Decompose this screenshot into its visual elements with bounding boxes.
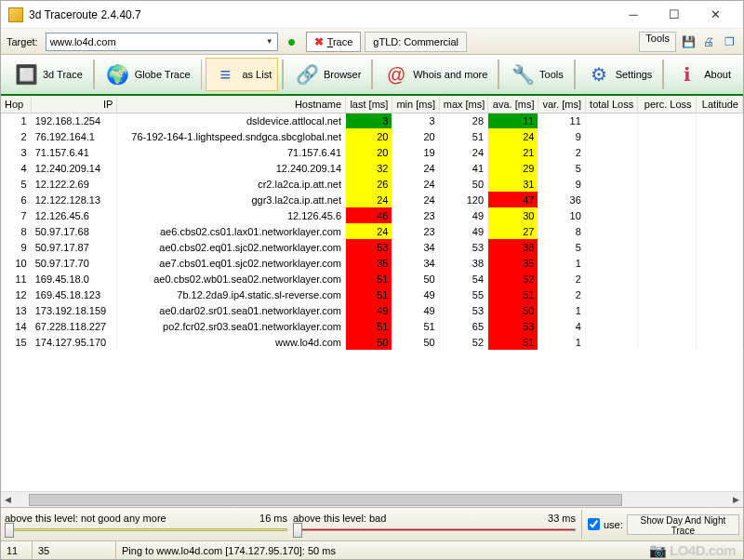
- list-icon: ≡: [212, 61, 238, 87]
- browser-button[interactable]: 🔗Browser: [287, 58, 367, 91]
- maximize-button[interactable]: ☐: [654, 2, 695, 28]
- cell: [638, 207, 696, 223]
- use-checkbox[interactable]: [588, 518, 600, 530]
- col-header[interactable]: ava. [ms]: [488, 96, 538, 113]
- play-icon: ●: [287, 33, 297, 50]
- table-row[interactable]: 950.97.17.87ae0.cbs02.eq01.sjc02.network…: [1, 239, 743, 255]
- table-row[interactable]: 1050.97.17.70ae7.cbs01.eq01.sjc02.networ…: [1, 255, 743, 271]
- table-row[interactable]: 276.192.164.176-192-164-1.lightspeed.snd…: [1, 128, 743, 144]
- cell: [696, 160, 742, 176]
- cell: 49: [392, 302, 439, 318]
- cell: [696, 223, 742, 239]
- tools-menu-button[interactable]: Tools: [639, 32, 676, 52]
- whois-button[interactable]: @Whois and more: [377, 58, 494, 91]
- cell: 3: [392, 113, 439, 128]
- gear-icon: ⚙: [586, 61, 612, 87]
- table-row[interactable]: 11169.45.18.0ae0.cbs02.wb01.sea02.networ…: [1, 271, 743, 287]
- target-input[interactable]: www.lo4d.com ▼: [46, 33, 278, 51]
- cell: 35: [346, 255, 392, 271]
- horizontal-scrollbar[interactable]: ◀ ▶: [1, 491, 743, 507]
- table-row[interactable]: 13173.192.18.159ae0.dar02.sr01.sea01.net…: [1, 302, 743, 318]
- col-header[interactable]: Latitude: [696, 96, 742, 113]
- cell: 20: [392, 128, 439, 144]
- cell: 11: [488, 113, 538, 128]
- cell: [585, 192, 637, 207]
- table-row[interactable]: 850.97.17.68ae6.cbs02.cs01.lax01.network…: [1, 223, 743, 239]
- col-header[interactable]: var. [ms]: [538, 96, 585, 113]
- col-header[interactable]: perc. Loss: [638, 96, 696, 113]
- about-button[interactable]: ℹAbout: [668, 58, 737, 91]
- col-header[interactable]: min [ms]: [392, 96, 439, 113]
- table-row[interactable]: 1192.168.1.254dsldevice.attlocal.net3328…: [1, 113, 743, 128]
- cell: 32: [346, 160, 392, 176]
- col-header[interactable]: max [ms]: [439, 96, 487, 113]
- save-icon[interactable]: 💾: [680, 33, 697, 50]
- col-header[interactable]: total Loss: [585, 96, 637, 113]
- table-row[interactable]: 15174.127.95.170www.lo4d.com505052511: [1, 334, 743, 350]
- table-row[interactable]: 512.122.2.69cr2.la2ca.ip.att.net26245031…: [1, 176, 743, 192]
- cell: 12.126.45.6: [117, 207, 346, 223]
- windows-icon[interactable]: ❐: [721, 33, 737, 50]
- minimize-button[interactable]: ─: [613, 2, 654, 28]
- target-label: Target:: [7, 36, 38, 47]
- scroll-left-icon[interactable]: ◀: [1, 493, 15, 507]
- cell: 5: [538, 160, 585, 176]
- cell: ae0.cbs02.wb01.sea02.networklayer.com: [117, 271, 346, 287]
- go-button[interactable]: ●: [282, 32, 302, 52]
- cell: 9: [1, 239, 31, 255]
- cell: [585, 255, 637, 271]
- cell: dsldevice.attlocal.net: [117, 113, 346, 128]
- tools-button[interactable]: 🔧Tools: [503, 58, 570, 91]
- scroll-right-icon[interactable]: ▶: [729, 493, 743, 507]
- cell: [696, 334, 742, 350]
- cell: 47: [488, 192, 538, 207]
- table-blank-area: [1, 350, 743, 491]
- table-row[interactable]: 371.157.6.4171.157.6.41201924212: [1, 144, 743, 160]
- slider-handle[interactable]: [293, 523, 302, 538]
- as-list-button[interactable]: ≡as List: [206, 58, 278, 91]
- col-header[interactable]: IP: [31, 96, 117, 113]
- titlebar: 3d Traceroute 2.4.40.7 ─ ☐ ✕: [1, 1, 743, 29]
- globe-trace-button[interactable]: 🌍Globe Trace: [99, 58, 197, 91]
- table-row[interactable]: 612.122.128.13ggr3.la2ca.ip.att.net24241…: [1, 192, 743, 207]
- red-threshold-value: 33 ms: [548, 513, 576, 524]
- cell: [696, 318, 742, 334]
- cell: 4: [1, 160, 31, 176]
- table-row[interactable]: 712.126.45.612.126.45.64623493010: [1, 207, 743, 223]
- slider-handle[interactable]: [5, 523, 14, 538]
- cube-icon: 🔲: [13, 61, 39, 87]
- trace3d-button[interactable]: 🔲3d Trace: [7, 58, 89, 91]
- cell: 76.192.164.1: [31, 128, 117, 144]
- settings-button[interactable]: ⚙Settings: [579, 58, 659, 91]
- trace-table[interactable]: HopIPHostnamelast [ms]min [ms]max [ms]av…: [1, 96, 743, 350]
- cell: 67.228.118.227: [31, 318, 117, 334]
- cell: 38: [439, 255, 487, 271]
- print-icon[interactable]: 🖨: [700, 33, 717, 50]
- cell: [696, 128, 742, 144]
- gtld-button[interactable]: gTLD: Commercial: [365, 32, 467, 52]
- chevron-down-icon[interactable]: ▼: [266, 37, 273, 46]
- cell: po2.fcr02.sr03.sea01.networklayer.com: [117, 318, 346, 334]
- col-header[interactable]: last [ms]: [346, 96, 392, 113]
- cell: 51: [346, 271, 392, 287]
- red-slider[interactable]: [293, 524, 576, 537]
- cell: [638, 255, 696, 271]
- close-button[interactable]: ✕: [695, 2, 736, 28]
- cell: [696, 302, 742, 318]
- cell: 174.127.95.170: [31, 334, 117, 350]
- cell: [696, 144, 742, 160]
- cell: 6: [1, 192, 31, 207]
- table-row[interactable]: 1467.228.118.227po2.fcr02.sr03.sea01.net…: [1, 318, 743, 334]
- yellow-slider[interactable]: [5, 524, 287, 537]
- trace-button[interactable]: ✖ TTracerace: [306, 32, 362, 52]
- cell: 7b.12.2da9.ip4.static.sl-reverse.com: [117, 287, 346, 302]
- scrollbar-thumb[interactable]: [29, 494, 622, 506]
- cell: [585, 113, 637, 128]
- col-header[interactable]: Hostname: [117, 96, 346, 113]
- table-row[interactable]: 12169.45.18.1237b.12.2da9.ip4.static.sl-…: [1, 287, 743, 302]
- show-day-night-button[interactable]: Show Day And Night Trace: [627, 514, 739, 535]
- col-header[interactable]: Hop: [1, 96, 31, 113]
- cell: [638, 302, 696, 318]
- table-row[interactable]: 412.240.209.1412.240.209.14322441295: [1, 160, 743, 176]
- threshold-panel: above this level: not good any more 16 m…: [1, 507, 743, 540]
